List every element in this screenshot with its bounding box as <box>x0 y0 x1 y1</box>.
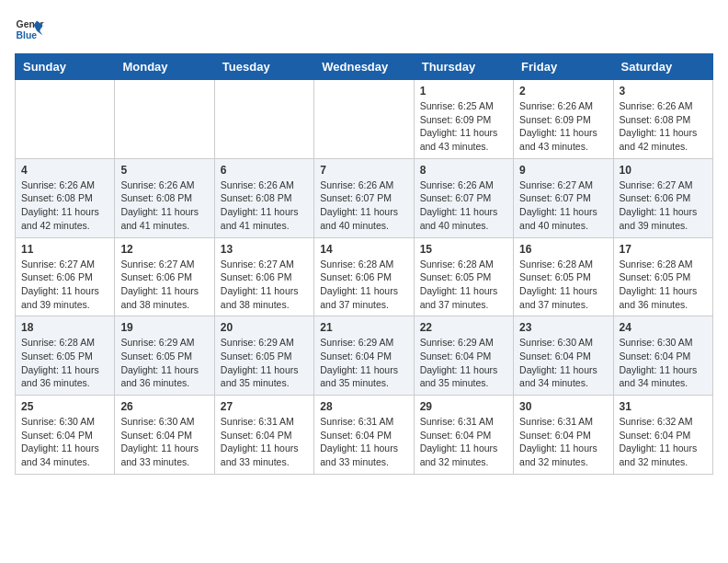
day-cell: 26Sunrise: 6:30 AMSunset: 6:04 PMDayligh… <box>115 396 214 475</box>
day-cell <box>314 80 414 159</box>
day-number: 2 <box>519 85 607 98</box>
day-cell: 8Sunrise: 6:26 AMSunset: 6:07 PMDaylight… <box>414 158 513 237</box>
day-number: 29 <box>420 400 507 413</box>
day-cell: 10Sunrise: 6:27 AMSunset: 6:06 PMDayligh… <box>613 158 712 237</box>
day-info: Sunrise: 6:30 AMSunset: 6:04 PMDaylight:… <box>620 336 707 390</box>
day-header-monday: Monday <box>115 54 214 80</box>
day-cell: 18Sunrise: 6:28 AMSunset: 6:05 PMDayligh… <box>16 316 115 396</box>
day-number: 10 <box>620 164 707 177</box>
day-number: 11 <box>21 243 108 256</box>
day-headers-row: SundayMondayTuesdayWednesdayThursdayFrid… <box>16 54 713 80</box>
day-cell: 6Sunrise: 6:26 AMSunset: 6:08 PMDaylight… <box>214 158 313 237</box>
day-number: 17 <box>620 243 707 256</box>
day-cell: 17Sunrise: 6:28 AMSunset: 6:05 PMDayligh… <box>613 237 712 316</box>
svg-text:Blue: Blue <box>17 30 38 40</box>
day-number: 28 <box>320 400 407 413</box>
day-cell: 20Sunrise: 6:29 AMSunset: 6:05 PMDayligh… <box>214 316 313 396</box>
day-header-sunday: Sunday <box>16 54 115 80</box>
day-cell: 11Sunrise: 6:27 AMSunset: 6:06 PMDayligh… <box>16 237 115 316</box>
day-cell: 15Sunrise: 6:28 AMSunset: 6:05 PMDayligh… <box>414 237 513 316</box>
day-number: 4 <box>21 164 108 177</box>
day-info: Sunrise: 6:31 AMSunset: 6:04 PMDaylight:… <box>519 415 607 469</box>
day-number: 9 <box>519 164 607 177</box>
day-number: 15 <box>420 243 507 256</box>
day-number: 7 <box>320 164 407 177</box>
day-info: Sunrise: 6:29 AMSunset: 6:04 PMDaylight:… <box>420 336 507 390</box>
day-number: 20 <box>221 321 308 334</box>
day-header-friday: Friday <box>514 54 613 80</box>
day-number: 21 <box>320 321 407 334</box>
day-info: Sunrise: 6:28 AMSunset: 6:05 PMDaylight:… <box>420 258 507 312</box>
day-info: Sunrise: 6:30 AMSunset: 6:04 PMDaylight:… <box>519 336 607 390</box>
day-number: 31 <box>620 400 707 413</box>
day-info: Sunrise: 6:29 AMSunset: 6:05 PMDaylight:… <box>221 336 308 390</box>
day-cell: 12Sunrise: 6:27 AMSunset: 6:06 PMDayligh… <box>115 237 214 316</box>
day-header-thursday: Thursday <box>414 54 513 80</box>
day-number: 24 <box>620 321 707 334</box>
day-cell <box>214 80 313 159</box>
week-row-1: 1Sunrise: 6:25 AMSunset: 6:09 PMDaylight… <box>16 80 713 159</box>
week-row-5: 25Sunrise: 6:30 AMSunset: 6:04 PMDayligh… <box>16 396 713 475</box>
day-number: 8 <box>420 164 507 177</box>
day-cell: 30Sunrise: 6:31 AMSunset: 6:04 PMDayligh… <box>514 396 613 475</box>
day-number: 19 <box>120 321 208 334</box>
day-header-saturday: Saturday <box>613 54 712 80</box>
day-info: Sunrise: 6:29 AMSunset: 6:04 PMDaylight:… <box>320 336 407 390</box>
day-number: 12 <box>120 243 208 256</box>
day-cell: 1Sunrise: 6:25 AMSunset: 6:09 PMDaylight… <box>414 80 513 159</box>
day-cell: 28Sunrise: 6:31 AMSunset: 6:04 PMDayligh… <box>314 396 414 475</box>
day-cell: 9Sunrise: 6:27 AMSunset: 6:07 PMDaylight… <box>514 158 613 237</box>
week-row-3: 11Sunrise: 6:27 AMSunset: 6:06 PMDayligh… <box>16 237 713 316</box>
day-number: 27 <box>221 400 308 413</box>
day-number: 26 <box>120 400 208 413</box>
day-info: Sunrise: 6:29 AMSunset: 6:05 PMDaylight:… <box>120 336 208 390</box>
day-cell: 4Sunrise: 6:26 AMSunset: 6:08 PMDaylight… <box>16 158 115 237</box>
week-row-4: 18Sunrise: 6:28 AMSunset: 6:05 PMDayligh… <box>16 316 713 396</box>
day-cell: 29Sunrise: 6:31 AMSunset: 6:04 PMDayligh… <box>414 396 513 475</box>
day-cell: 13Sunrise: 6:27 AMSunset: 6:06 PMDayligh… <box>214 237 313 316</box>
day-number: 6 <box>221 164 308 177</box>
day-info: Sunrise: 6:28 AMSunset: 6:05 PMDaylight:… <box>21 336 108 390</box>
page-header: General Blue <box>15 15 713 44</box>
day-info: Sunrise: 6:27 AMSunset: 6:06 PMDaylight:… <box>120 258 208 312</box>
day-cell: 14Sunrise: 6:28 AMSunset: 6:06 PMDayligh… <box>314 237 414 316</box>
logo-icon: General Blue <box>15 15 44 44</box>
day-info: Sunrise: 6:28 AMSunset: 6:05 PMDaylight:… <box>519 258 607 312</box>
day-header-wednesday: Wednesday <box>314 54 414 80</box>
day-number: 22 <box>420 321 507 334</box>
day-header-tuesday: Tuesday <box>214 54 313 80</box>
day-number: 16 <box>519 243 607 256</box>
day-number: 1 <box>420 85 507 98</box>
day-cell: 7Sunrise: 6:26 AMSunset: 6:07 PMDaylight… <box>314 158 414 237</box>
week-row-2: 4Sunrise: 6:26 AMSunset: 6:08 PMDaylight… <box>16 158 713 237</box>
day-cell: 27Sunrise: 6:31 AMSunset: 6:04 PMDayligh… <box>214 396 313 475</box>
day-info: Sunrise: 6:26 AMSunset: 6:08 PMDaylight:… <box>221 178 308 233</box>
day-number: 13 <box>221 243 308 256</box>
day-info: Sunrise: 6:26 AMSunset: 6:07 PMDaylight:… <box>320 178 407 233</box>
day-info: Sunrise: 6:30 AMSunset: 6:04 PMDaylight:… <box>21 415 108 469</box>
day-info: Sunrise: 6:28 AMSunset: 6:06 PMDaylight:… <box>320 258 407 312</box>
day-info: Sunrise: 6:26 AMSunset: 6:09 PMDaylight:… <box>519 99 607 154</box>
day-number: 25 <box>21 400 108 413</box>
day-cell: 23Sunrise: 6:30 AMSunset: 6:04 PMDayligh… <box>514 316 613 396</box>
day-cell: 5Sunrise: 6:26 AMSunset: 6:08 PMDaylight… <box>115 158 214 237</box>
day-cell: 16Sunrise: 6:28 AMSunset: 6:05 PMDayligh… <box>514 237 613 316</box>
day-number: 18 <box>21 321 108 334</box>
day-info: Sunrise: 6:27 AMSunset: 6:06 PMDaylight:… <box>620 178 707 233</box>
day-cell: 21Sunrise: 6:29 AMSunset: 6:04 PMDayligh… <box>314 316 414 396</box>
day-cell: 24Sunrise: 6:30 AMSunset: 6:04 PMDayligh… <box>613 316 712 396</box>
day-cell <box>115 80 214 159</box>
calendar-table: SundayMondayTuesdayWednesdayThursdayFrid… <box>15 53 713 475</box>
day-info: Sunrise: 6:26 AMSunset: 6:08 PMDaylight:… <box>620 99 707 154</box>
day-cell: 25Sunrise: 6:30 AMSunset: 6:04 PMDayligh… <box>16 396 115 475</box>
day-cell: 2Sunrise: 6:26 AMSunset: 6:09 PMDaylight… <box>514 80 613 159</box>
day-info: Sunrise: 6:28 AMSunset: 6:05 PMDaylight:… <box>620 258 707 312</box>
day-cell: 31Sunrise: 6:32 AMSunset: 6:04 PMDayligh… <box>613 396 712 475</box>
day-info: Sunrise: 6:32 AMSunset: 6:04 PMDaylight:… <box>620 415 707 469</box>
day-info: Sunrise: 6:31 AMSunset: 6:04 PMDaylight:… <box>420 415 507 469</box>
day-info: Sunrise: 6:27 AMSunset: 6:06 PMDaylight:… <box>221 258 308 312</box>
day-info: Sunrise: 6:31 AMSunset: 6:04 PMDaylight:… <box>221 415 308 469</box>
day-info: Sunrise: 6:30 AMSunset: 6:04 PMDaylight:… <box>120 415 208 469</box>
day-number: 3 <box>620 85 707 98</box>
day-cell: 22Sunrise: 6:29 AMSunset: 6:04 PMDayligh… <box>414 316 513 396</box>
